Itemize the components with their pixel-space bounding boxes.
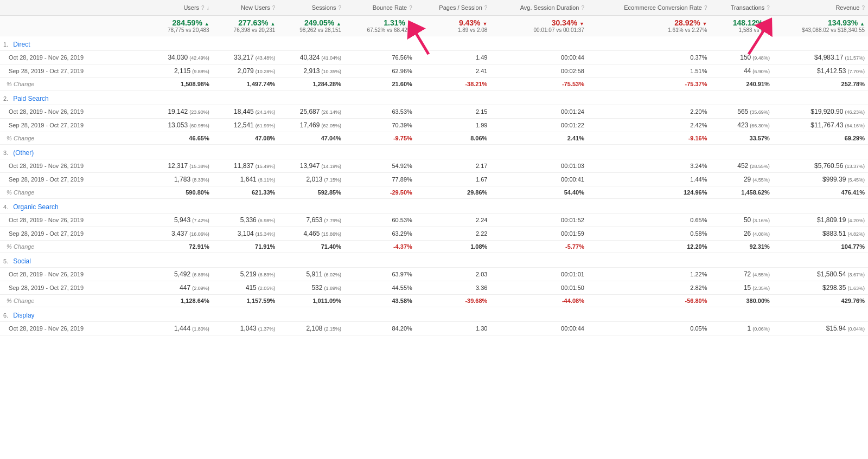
sessions-header[interactable]: Sessions ? [278,0,344,16]
category-number: 2. [3,95,8,102]
pct-change-revenue: 104.77% [773,241,868,253]
pct-change-pages_session: 8.06% [416,132,491,145]
avg-session-header[interactable]: Avg. Session Duration ? [490,0,588,16]
table-row: Sep 28, 2019 - Oct 27, 2019447 (2.09%)41… [0,281,868,295]
revenue-cell: $11,767.43 (64.16%) [773,119,868,132]
users-header[interactable]: Users ? ↓ [146,0,213,16]
users-info-icon[interactable]: ? [201,5,205,11]
transactions-cell: 72 (4.55%) [711,268,773,281]
avg-session-cell: 00:00:44 [490,322,588,335]
date-cell: Oct 28, 2019 - Nov 26, 2019 [0,159,146,173]
ecommerce-cr-cell: 0.65% [588,214,711,227]
pct-change-bounce_rate: -29.50% [344,186,416,199]
date-cell: Oct 28, 2019 - Nov 26, 2019 [0,268,146,281]
summary-avg_session: 30.34% ▼ 00:01:07 vs 00:01:37 [490,16,588,36]
bounce-rate-info-icon[interactable]: ? [409,5,412,11]
users-label: Users [183,4,199,11]
category-row: 2. Paid Search [0,90,868,105]
ecommerce-cr-cell: 3.24% [588,159,711,173]
ecommerce-cr-info-icon[interactable]: ? [704,5,707,11]
users-cell: 13,053 (60.98%) [146,119,213,132]
pages-session-info-icon[interactable]: ? [484,5,488,11]
transactions-label: Transactions [731,4,765,11]
revenue-info-icon[interactable]: ? [861,5,865,11]
sessions-cell: 532 (1.89%) [278,281,344,295]
category-label-cell: 6. Display [0,307,868,322]
pct-change-transactions: 33.57% [711,132,773,145]
users-cell: 19,142 (23.90%) [146,105,213,119]
pct-change-pages_session: -38.21% [416,78,491,90]
category-number: 1. [3,41,8,48]
summary-dimension [0,16,146,36]
date-cell: Oct 28, 2019 - Nov 26, 2019 [0,214,146,227]
transactions-cell: 1 (0.06%) [711,322,773,335]
pct-change-row: % Change1,128.64%1,157.59%1,011.09%43.58… [0,295,868,307]
avg-session-info-icon[interactable]: ? [581,5,584,11]
revenue-cell: $5,760.56 (13.37%) [773,159,868,173]
ecommerce-cr-cell: 2.82% [588,281,711,295]
category-link[interactable]: (Other) [13,149,34,157]
pages-session-header[interactable]: Pages / Session ? [416,0,491,16]
revenue-header[interactable]: Revenue ? [773,0,868,16]
ecommerce-cr-label: Ecommerce Conversion Rate [624,4,702,11]
date-cell: Sep 28, 2019 - Oct 27, 2019 [0,227,146,241]
bounce-rate-header[interactable]: Bounce Rate ? [344,0,416,16]
category-label-cell: 3. (Other) [0,145,868,159]
bounce-rate-label: Bounce Rate [373,4,407,11]
transactions-cell: 452 (28.55%) [711,159,773,173]
sessions-cell: 5,911 (6.02%) [278,268,344,281]
users-cell: 12,317 (15.38%) [146,159,213,173]
avg-session-cell: 00:01:01 [490,268,588,281]
pct-change-transactions: 92.31% [711,241,773,253]
sessions-info-icon[interactable]: ? [338,5,341,11]
pct-change-ecommerce_cr: -75.37% [588,78,711,90]
pct-change-avg_session: 54.40% [490,186,588,199]
new-users-info-icon[interactable]: ? [272,5,276,11]
table-row: Sep 28, 2019 - Oct 27, 20193,437 (16.06%… [0,227,868,241]
analytics-table: Users ? ↓ New Users ? Sessions ? B [0,0,868,335]
pct-change-users: 46.65% [146,132,213,145]
sessions-cell: 13,947 (14.19%) [278,159,344,173]
new-users-cell: 12,541 (61.99%) [213,119,279,132]
category-row: 3. (Other) [0,145,868,159]
category-link[interactable]: Organic Search [13,203,58,211]
ecommerce-cr-cell: 1.44% [588,173,711,186]
sessions-cell: 40,324 (41.04%) [278,51,344,64]
category-link[interactable]: Paid Search [13,95,48,102]
pct-change-ecommerce_cr: 124.96% [588,186,711,199]
revenue-cell: $1,809.19 (4.20%) [773,214,868,227]
bounce-rate-cell: 63.29% [344,227,416,241]
category-number: 3. [3,150,8,156]
category-link[interactable]: Display [13,312,34,319]
users-cell: 1,783 (8.33%) [146,173,213,186]
table-row: Oct 28, 2019 - Nov 26, 20195,492 (6.86%)… [0,268,868,281]
revenue-cell: $298.35 (1.63%) [773,281,868,295]
transactions-header[interactable]: Transactions ? [711,0,773,16]
category-link[interactable]: Direct [13,41,30,48]
pages-session-cell: 1.30 [416,322,491,335]
ecommerce-cr-header[interactable]: Ecommerce Conversion Rate ? [588,0,711,16]
pages-session-cell: 1.99 [416,119,491,132]
revenue-label: Revenue [835,4,859,11]
pct-change-transactions: 380.00% [711,295,773,307]
pct-change-sessions: 71.40% [278,241,344,253]
date-cell: Sep 28, 2019 - Oct 27, 2019 [0,64,146,78]
new-users-header[interactable]: New Users ? [213,0,279,16]
new-users-cell: 33,217 (43.48%) [213,51,279,64]
table-row: Oct 28, 2019 - Nov 26, 201912,317 (15.38… [0,159,868,173]
transactions-info-icon[interactable]: ? [767,5,770,11]
pct-change-ecommerce_cr: 12.20% [588,241,711,253]
category-link[interactable]: Social [13,257,31,265]
category-number: 6. [3,312,8,319]
new-users-cell: 5,219 (6.83%) [213,268,279,281]
users-cell: 1,444 (1.80%) [146,322,213,335]
pages-session-cell: 2.17 [416,159,491,173]
category-label-cell: 4. Organic Search [0,199,868,214]
category-label-cell: 5. Social [0,253,868,268]
category-row: 6. Display [0,307,868,322]
avg-session-cell: 00:02:58 [490,64,588,78]
pct-change-revenue: 429.76% [773,295,868,307]
pages-session-cell: 1.49 [416,51,491,64]
pct-change-bounce_rate: -4.37% [344,241,416,253]
users-sort-icon[interactable]: ↓ [207,5,209,11]
